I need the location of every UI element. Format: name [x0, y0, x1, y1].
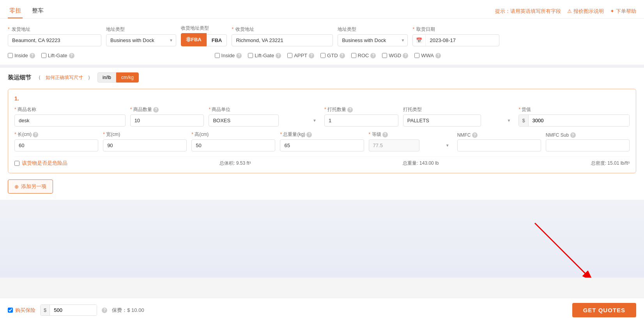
fba-group: 收货地址类型 非FBA FBA	[181, 25, 227, 46]
total-density-text: 总密度: 15.01 lb/ft³	[591, 160, 630, 167]
to-address-input[interactable]	[232, 34, 333, 46]
pricing-guide-link[interactable]: ⚠ 报价图示说明	[567, 8, 604, 15]
to-roc-option[interactable]: ROC ?	[351, 53, 376, 58]
from-inside-option[interactable]: Inside ?	[8, 53, 35, 58]
non-fba-button[interactable]: 非FBA	[181, 33, 207, 46]
to-wwa-option[interactable]: WWA ?	[414, 53, 441, 58]
to-address-label: * 收货地址	[232, 26, 333, 33]
width-input[interactable]	[103, 139, 187, 151]
to-liftgate-option[interactable]: Lift-Gate ?	[248, 53, 281, 58]
item-row-1: * 商品名称 * 商品数量 ? * 商品单位	[14, 106, 630, 127]
how-to-link[interactable]: 如何正确填写尺寸	[46, 74, 83, 81]
tab-ltl[interactable]: 零担	[8, 4, 23, 18]
height-field: * 高(cm)	[191, 131, 275, 151]
unit-in-lb[interactable]: in/lb	[97, 72, 116, 83]
nmfc-input[interactable]	[457, 139, 541, 151]
to-address-type-select[interactable]: Business with Dock Business without Dock…	[338, 34, 408, 46]
from-address-type-label: 地址类型	[106, 26, 176, 33]
to-roc-checkbox[interactable]	[351, 53, 356, 58]
grade-help-icon[interactable]: ?	[382, 132, 388, 137]
length-input[interactable]	[14, 139, 98, 151]
top-hint-area: 提示：请用英语填写所有字段 ⚠ 报价图示说明 ✦ 下单帮助	[495, 8, 636, 15]
length-help-icon[interactable]: ?	[33, 132, 38, 137]
to-wwa-checkbox[interactable]	[414, 53, 419, 58]
to-address-type-label: 地址类型	[338, 26, 408, 33]
from-address-input[interactable]	[8, 34, 101, 46]
from-address-type-select[interactable]: Business with Dock Business without Dock…	[106, 34, 176, 46]
to-appt-help-icon[interactable]: ?	[309, 53, 314, 58]
pickup-date-input[interactable]	[426, 35, 499, 46]
pallet-count-field: * 打托数量 ?	[324, 106, 398, 127]
to-wgd-help-icon[interactable]: ?	[403, 53, 408, 58]
pickup-date-label: * 取货日期	[412, 26, 499, 33]
nmfc-sub-help-icon[interactable]: ?	[570, 132, 576, 138]
order-help-link[interactable]: ✦ 下单帮助	[610, 8, 636, 15]
to-inside-option[interactable]: Inside ?	[215, 53, 242, 58]
to-gtd-option[interactable]: GTD ?	[320, 53, 345, 58]
quantity-help-icon[interactable]: ?	[153, 107, 159, 113]
unit-cm-kg[interactable]: cm/kg	[116, 72, 139, 83]
pallet-type-field: 打托类型 PALLETS SKIDS NONE ▼	[403, 106, 514, 127]
item-card-1: 1. * 商品名称 * 商品数量 ? *	[8, 89, 636, 173]
fba-button[interactable]: FBA	[207, 34, 227, 46]
total-weight-field: * 总重量(kg) ?	[280, 131, 364, 151]
arrow-svg	[527, 215, 605, 278]
add-item-button[interactable]: ⊕ 添加另一项	[8, 179, 53, 194]
pallet-count-input[interactable]	[324, 114, 398, 127]
top-bar: 零担 整车 提示：请用英语填写所有字段 ⚠ 报价图示说明 ✦ 下单帮助	[0, 0, 644, 19]
to-inside-help-icon[interactable]: ?	[236, 53, 242, 58]
from-address-label: * 发货地址	[8, 26, 101, 33]
from-liftgate-checkbox[interactable]	[41, 53, 46, 58]
pallet-count-help-icon[interactable]: ?	[347, 107, 353, 113]
grade-select-wrapper: 77.5 ▼	[369, 139, 453, 151]
unit-select[interactable]: BOXES PALLETS PIECES CRATES	[209, 114, 279, 127]
tab-ftl[interactable]: 整车	[30, 4, 45, 18]
value-input-wrapper: $	[518, 114, 630, 127]
from-inside-checkbox[interactable]	[8, 53, 13, 58]
help-circle-icon: ✦	[610, 8, 614, 14]
length-field: * 长(cm) ?	[14, 131, 98, 151]
product-name-input[interactable]	[14, 114, 126, 127]
arrow-container	[527, 215, 605, 278]
total-weight-input[interactable]	[280, 139, 364, 151]
nmfc-field: NMFC ?	[457, 132, 541, 152]
how-to-prefix: （	[36, 74, 41, 81]
total-volume-text: 总体积: 9.53 ft³	[219, 160, 251, 167]
plus-circle-icon: ⊕	[14, 184, 19, 190]
height-input[interactable]	[191, 139, 275, 151]
to-liftgate-checkbox[interactable]	[248, 53, 253, 58]
to-gtd-checkbox[interactable]	[320, 53, 326, 58]
from-address-type-select-wrapper: Business with Dock Business without Dock…	[106, 34, 176, 46]
dangerous-goods-checkbox[interactable]	[14, 161, 19, 166]
liftgate-help-icon[interactable]: ?	[69, 53, 74, 58]
nmfc-sub-input[interactable]	[546, 139, 630, 151]
shipping-detail-header: 装运细节 （ 如何正确填写尺寸 ） in/lb cm/kg	[8, 72, 636, 83]
pallet-type-select[interactable]: PALLETS SKIDS NONE	[403, 114, 481, 127]
to-inside-checkbox[interactable]	[215, 53, 220, 58]
grade-field: * 等级 ? 77.5 ▼	[369, 131, 453, 151]
unit-field: * 商品单位 BOXES PALLETS PIECES CRATES ▼	[209, 106, 320, 127]
to-wgd-checkbox[interactable]	[382, 53, 387, 58]
bottom-area	[0, 200, 644, 278]
to-gtd-help-icon[interactable]: ?	[340, 53, 345, 58]
quantity-field: * 商品数量 ?	[130, 106, 204, 127]
to-appt-option[interactable]: APPT ?	[287, 53, 314, 58]
inside-help-icon[interactable]: ?	[30, 53, 35, 58]
unit-select-wrapper: BOXES PALLETS PIECES CRATES ▼	[209, 114, 320, 127]
quantity-input[interactable]	[130, 114, 204, 127]
value-input[interactable]	[529, 115, 629, 126]
chevron-down-icon: ▼	[507, 118, 511, 123]
dangerous-goods-option[interactable]: 该货物是否是危险品	[14, 160, 67, 167]
to-wwa-help-icon[interactable]: ?	[435, 53, 441, 58]
warning-icon: ⚠	[567, 8, 572, 14]
to-wgd-option[interactable]: WGD ?	[382, 53, 408, 58]
from-liftgate-option[interactable]: Lift-Gate ?	[41, 53, 74, 58]
shipping-detail-title: 装运细节	[8, 74, 31, 81]
calendar-icon: 📅	[413, 35, 426, 46]
nmfc-help-icon[interactable]: ?	[472, 132, 478, 138]
to-appt-checkbox[interactable]	[287, 53, 292, 58]
to-roc-help-icon[interactable]: ?	[370, 53, 376, 58]
grade-select[interactable]: 77.5	[369, 139, 419, 151]
weight-help-icon[interactable]: ?	[306, 132, 312, 137]
to-liftgate-help-icon[interactable]: ?	[276, 53, 281, 58]
